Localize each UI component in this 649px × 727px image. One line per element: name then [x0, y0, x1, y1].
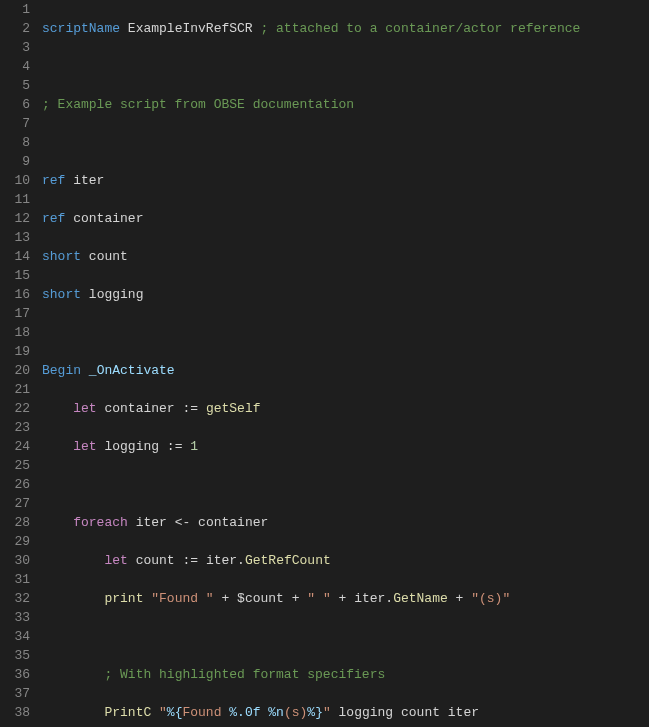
line-number: 18	[6, 323, 30, 342]
line-number: 13	[6, 228, 30, 247]
line-number: 9	[6, 152, 30, 171]
code-line: let logging := 1	[42, 437, 643, 456]
line-number: 23	[6, 418, 30, 437]
line-number: 5	[6, 76, 30, 95]
line-number: 4	[6, 57, 30, 76]
line-number: 31	[6, 570, 30, 589]
code-line: Begin _OnActivate	[42, 361, 643, 380]
code-line: ; Example script from OBSE documentation	[42, 95, 643, 114]
line-number: 8	[6, 133, 30, 152]
code-line: let container := getSelf	[42, 399, 643, 418]
line-number: 12	[6, 209, 30, 228]
code-line	[42, 133, 643, 152]
code-line: print "Found " + $count + " " + iter.Get…	[42, 589, 643, 608]
code-line: PrintC "%{Found %.0f %n(s)%}" logging co…	[42, 703, 643, 722]
code-line: ref iter	[42, 171, 643, 190]
line-number: 34	[6, 627, 30, 646]
line-number: 14	[6, 247, 30, 266]
line-number: 11	[6, 190, 30, 209]
code-line	[42, 57, 643, 76]
line-number: 27	[6, 494, 30, 513]
line-number: 22	[6, 399, 30, 418]
line-number: 28	[6, 513, 30, 532]
code-line	[42, 323, 643, 342]
line-number: 2	[6, 19, 30, 38]
code-line: short count	[42, 247, 643, 266]
line-number: 16	[6, 285, 30, 304]
code-line: let count := iter.GetRefCount	[42, 551, 643, 570]
code-line: scriptName ExampleInvRefSCR ; attached t…	[42, 19, 643, 38]
code-line: foreach iter <- container	[42, 513, 643, 532]
line-number-gutter: 1234567891011121314151617181920212223242…	[0, 0, 42, 727]
line-number: 37	[6, 684, 30, 703]
code-line	[42, 475, 643, 494]
line-number: 38	[6, 703, 30, 722]
line-number: 36	[6, 665, 30, 684]
line-number: 7	[6, 114, 30, 133]
line-number: 17	[6, 304, 30, 323]
code-editor[interactable]: scriptName ExampleInvRefSCR ; attached t…	[42, 0, 643, 727]
line-number: 21	[6, 380, 30, 399]
line-number: 33	[6, 608, 30, 627]
code-line: ref container	[42, 209, 643, 228]
line-number: 26	[6, 475, 30, 494]
line-number: 32	[6, 589, 30, 608]
line-number: 3	[6, 38, 30, 57]
line-number: 15	[6, 266, 30, 285]
code-line: ; With highlighted format specifiers	[42, 665, 643, 684]
line-number: 30	[6, 551, 30, 570]
line-number: 10	[6, 171, 30, 190]
line-number: 25	[6, 456, 30, 475]
line-number: 35	[6, 646, 30, 665]
line-number: 29	[6, 532, 30, 551]
line-number: 19	[6, 342, 30, 361]
code-line: short logging	[42, 285, 643, 304]
line-number: 20	[6, 361, 30, 380]
code-line	[42, 627, 643, 646]
line-number: 24	[6, 437, 30, 456]
line-number: 6	[6, 95, 30, 114]
line-number: 1	[6, 0, 30, 19]
